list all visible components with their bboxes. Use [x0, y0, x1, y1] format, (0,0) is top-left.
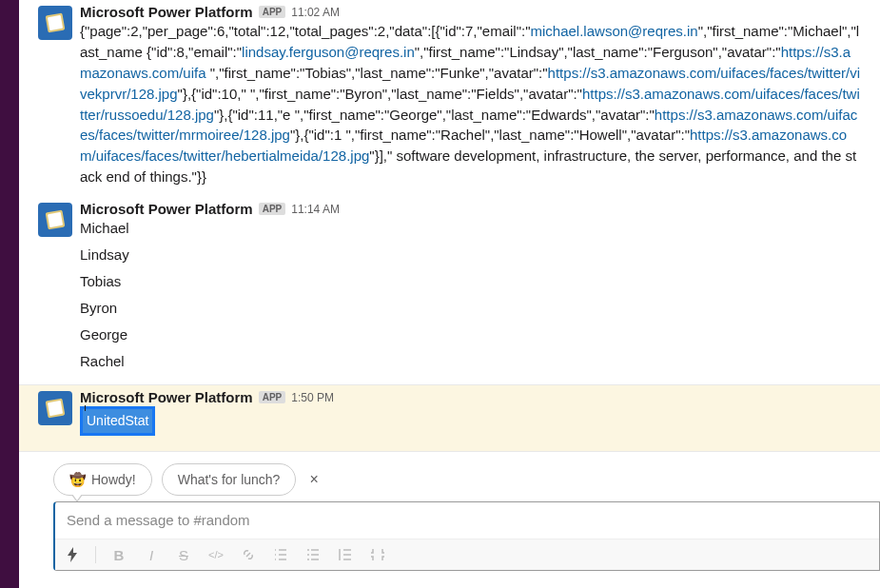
message-header: Microsoft Power Platform APP 11:02 AM	[80, 4, 861, 20]
app-badge: APP	[259, 203, 286, 215]
code-button[interactable]: </>	[206, 543, 225, 566]
email-link[interactable]: lindsay.ferguson@reqres.in	[242, 44, 415, 60]
link-button[interactable]	[239, 543, 258, 566]
emoji-icon: 🤠	[69, 472, 86, 487]
json-text: ","first_name":"Tobias","last_name":"Fun…	[210, 65, 548, 81]
app-icon	[44, 397, 67, 420]
suggestion-label: Howdy!	[91, 472, 136, 487]
sender-name: Microsoft Power Platform	[80, 389, 253, 405]
json-text: ","first_name":"Lindsay","last_name":"Fe…	[415, 44, 781, 60]
email-link[interactable]: michael.lawson@reqres.in	[531, 23, 698, 39]
close-suggestions-button[interactable]: ×	[305, 471, 322, 488]
message-body: UnitedStat	[80, 406, 861, 435]
codeblock-button[interactable]	[368, 543, 387, 566]
compose-area: Send a message to #random B I S </>	[53, 501, 880, 571]
toolbar-separator	[95, 546, 96, 563]
json-text: "},{"id":11,"e	[214, 107, 291, 123]
json-text: ","first_name":"Rachel","last_name":"How…	[345, 127, 690, 143]
timestamp: 11:02 AM	[291, 6, 340, 19]
svg-point-7	[307, 554, 309, 556]
svg-rect-5	[48, 401, 63, 416]
json-text: "},{"id":1	[290, 127, 342, 143]
list-item: Byron	[80, 298, 861, 319]
code-icon: </>	[208, 549, 224, 560]
list-item: Lindsay	[80, 245, 861, 265]
app-badge: APP	[259, 391, 286, 403]
codeblock-icon	[370, 547, 385, 562]
message-content: Microsoft Power Platform APP 11:02 AM {"…	[80, 4, 861, 187]
list-item: Michael	[80, 218, 861, 239]
message-content: Microsoft Power Platform APP 1:50 PM Uni…	[80, 389, 861, 435]
message-item: Microsoft Power Platform APP 11:02 AM {"…	[19, 0, 880, 191]
timestamp: 1:50 PM	[291, 391, 334, 404]
list-item: Tobias	[80, 271, 861, 292]
sender-name: Microsoft Power Platform	[80, 201, 253, 217]
compose-toolbar: B I S </>	[55, 539, 879, 570]
blockquote-icon	[338, 547, 353, 562]
ordered-list-icon	[273, 547, 288, 562]
blockquote-button[interactable]	[336, 543, 355, 566]
svg-point-8	[307, 559, 309, 560]
message-body: {"page":2,"per_page":6,"total":12,"total…	[80, 21, 861, 187]
compose-input[interactable]: Send a message to #random	[55, 502, 879, 539]
json-text: ","first_name":"George","last_name":"Edw…	[295, 107, 655, 123]
svg-rect-1	[48, 15, 63, 30]
message-item: Microsoft Power Platform APP 11:14 AM Mi…	[19, 197, 880, 381]
message-header: Microsoft Power Platform APP 11:14 AM	[80, 201, 861, 217]
link-icon	[241, 547, 256, 562]
message-body: Michael Lindsay Tobias Byron George Rach…	[80, 218, 861, 371]
suggestion-label: What's for lunch?	[178, 472, 281, 487]
svg-point-6	[307, 549, 309, 551]
avatar	[38, 391, 72, 425]
ordered-list-button[interactable]	[271, 543, 290, 566]
app-badge: APP	[259, 6, 286, 18]
bullet-list-button[interactable]	[303, 543, 323, 566]
bolt-icon	[66, 547, 79, 562]
avatar	[38, 203, 72, 237]
json-text: {"id":8,"email":"	[147, 44, 242, 60]
selected-text[interactable]: UnitedStat	[80, 406, 155, 435]
message-content: Microsoft Power Platform APP 11:14 AM Mi…	[80, 201, 861, 377]
svg-rect-3	[48, 212, 63, 227]
message-header: Microsoft Power Platform APP 1:50 PM	[80, 389, 861, 405]
json-text: "},{"id":10,"	[178, 86, 246, 102]
app-icon	[44, 208, 67, 231]
shortcuts-button[interactable]	[63, 543, 82, 566]
list-item: George	[80, 324, 861, 345]
app-icon	[44, 11, 67, 34]
message-item-highlighted: Microsoft Power Platform APP 1:50 PM Uni…	[19, 384, 880, 451]
sender-name: Microsoft Power Platform	[80, 4, 253, 20]
list-item: Rachel	[80, 351, 861, 372]
suggestion-howdy[interactable]: 🤠 Howdy!	[53, 463, 152, 496]
suggestion-lunch[interactable]: What's for lunch?	[162, 463, 297, 496]
bullet-list-icon	[305, 547, 321, 562]
avatar	[38, 6, 72, 40]
json-text: {"page":2,"per_page":6,"total":12,"total…	[80, 23, 531, 39]
bold-button[interactable]: B	[109, 543, 128, 566]
json-text: "}],"	[369, 147, 392, 164]
timestamp: 11:14 AM	[291, 203, 340, 216]
sidebar-strip	[0, 0, 19, 588]
messages-container: Microsoft Power Platform APP 11:02 AM {"…	[19, 0, 880, 588]
italic-button[interactable]: I	[142, 543, 161, 566]
strikethrough-button[interactable]: S	[174, 543, 193, 566]
json-text: ","first_name":"Byron","last_name":"Fiel…	[250, 86, 582, 102]
